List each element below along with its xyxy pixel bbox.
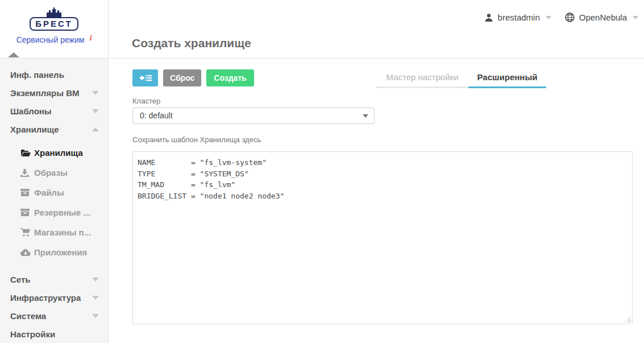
chevron-down-icon <box>92 296 99 300</box>
globe-icon <box>565 13 575 22</box>
sidebar-item-label: Инфраструктура <box>10 293 92 303</box>
sidebar-item-storage[interactable]: Хранилище <box>0 120 108 138</box>
datastore-template-textarea[interactable]: NAME = "fs_lvm-system" TYPE = "SYSTEM_DS… <box>132 151 633 324</box>
cart-icon <box>20 228 34 237</box>
sidebar-item-system[interactable]: Система <box>0 307 108 325</box>
select-caret-icon <box>363 114 368 118</box>
chevron-down-icon <box>92 314 99 318</box>
sidebar-subitem-images[interactable]: Образы <box>0 163 108 183</box>
sidebar-subitem-backups[interactable]: Резервные ... <box>0 203 108 222</box>
sidebar-item-label: Настройки <box>10 329 99 339</box>
cloud-download-icon <box>20 249 34 256</box>
chevron-up-icon <box>92 127 99 131</box>
download-icon <box>20 169 34 177</box>
chevron-down-icon <box>546 16 551 19</box>
user-icon <box>484 13 493 22</box>
sidebar-item-label: Система <box>10 311 92 321</box>
zone-menu[interactable]: OpenNebula <box>565 13 638 22</box>
collapse-up-icon[interactable] <box>8 52 19 57</box>
sidebar-subitem-label: Резервные ... <box>34 208 90 217</box>
datastore-form: Кластер 0: default Сохранить шаблон Хран… <box>132 59 633 343</box>
sidebar-item-network[interactable]: Сеть <box>0 270 108 288</box>
folder-open-icon <box>20 149 34 157</box>
chevron-down-icon <box>633 16 638 19</box>
sidebar-subitem-apps[interactable]: Приложения <box>0 242 108 262</box>
sidebar: БРЕСТ Сервисный режим i Инф. панель Экзе… <box>0 0 109 343</box>
main-content: Сброс Создать Мастер настройки Расширенн… <box>109 59 644 343</box>
sidebar-subitem-datastores[interactable]: Хранилища <box>0 143 108 163</box>
info-icon[interactable]: i <box>89 34 92 42</box>
sidebar-item-label: Инф. панель <box>10 70 99 80</box>
archive-icon <box>20 209 34 216</box>
sidebar-item-label: Экземпляры ВМ <box>10 88 92 98</box>
username-label: brestadmin <box>498 13 540 22</box>
sidebar-subitem-label: Образы <box>34 168 68 177</box>
service-mode-link[interactable]: Сервисный режим <box>16 35 85 44</box>
zone-label: OpenNebula <box>579 13 627 22</box>
brand-logo: БРЕСТ <box>30 17 78 31</box>
sidebar-item-dashboard[interactable]: Инф. панель <box>0 65 108 84</box>
cluster-label: Кластер <box>132 97 160 105</box>
cluster-select[interactable]: 0: default <box>132 108 375 124</box>
logo-area: БРЕСТ Сервисный режим i <box>0 0 108 59</box>
sidebar-subitem-label: Файлы <box>34 188 64 197</box>
storage-submenu: Хранилища Образы Файлы <box>0 138 108 270</box>
chevron-down-icon <box>92 91 99 95</box>
sidebar-item-label: Сеть <box>10 275 92 284</box>
sidebar-item-templates[interactable]: Шаблоны <box>0 102 108 120</box>
archive-icon <box>20 189 34 196</box>
castle-logo-icon <box>44 7 64 18</box>
sidebar-item-label: Шаблоны <box>10 106 92 116</box>
template-label: Сохранить шаблон Хранилища здесь <box>132 135 261 144</box>
user-zone-bar: brestadmin OpenNebula <box>484 13 638 22</box>
sidebar-subitem-label: Хранилища <box>34 148 83 158</box>
chevron-down-icon <box>92 109 99 113</box>
chevron-down-icon <box>92 278 99 282</box>
sidebar-menu: Инф. панель Экземпляры ВМ Шаблоны Хранил… <box>0 59 108 343</box>
sidebar-item-vm-instances[interactable]: Экземпляры ВМ <box>0 84 108 102</box>
sidebar-item-label: Хранилище <box>10 125 92 134</box>
sidebar-subitem-label: Магазины п... <box>34 228 91 237</box>
sidebar-item-infrastructure[interactable]: Инфраструктура <box>0 288 108 307</box>
cluster-select-value: 0: default <box>140 111 173 120</box>
page-header: brestadmin OpenNebula Создать хранилище <box>109 0 644 59</box>
sidebar-subitem-files[interactable]: Файлы <box>0 183 108 203</box>
sidebar-subitem-marketplaces[interactable]: Магазины п... <box>0 222 108 242</box>
sidebar-item-settings[interactable]: Настройки <box>0 325 108 343</box>
page-title: Создать хранилище <box>132 36 251 50</box>
sidebar-subitem-label: Приложения <box>34 247 87 257</box>
user-menu[interactable]: brestadmin <box>484 13 551 22</box>
service-mode-row: Сервисный режим i <box>16 31 92 44</box>
